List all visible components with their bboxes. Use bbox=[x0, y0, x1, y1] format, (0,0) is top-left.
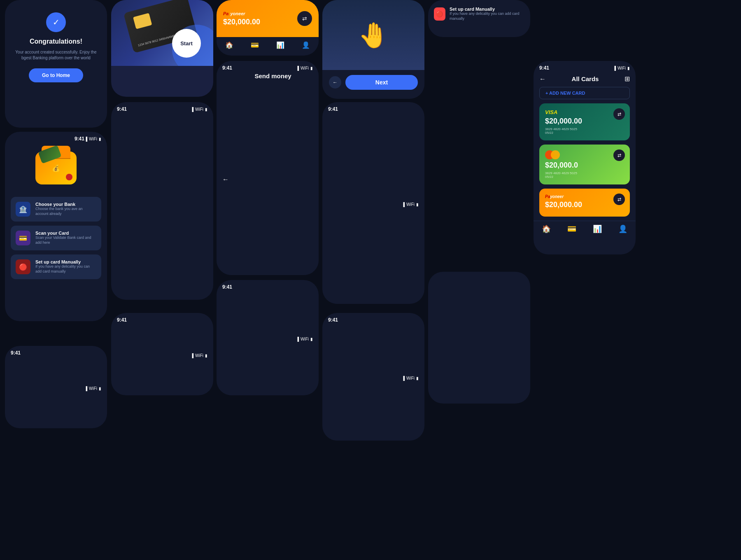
screen-send-money: 9:41 ▐ WiFi ▮ ← Send money VISA $20,000.… bbox=[217, 61, 319, 275]
hand-illustration: 🤚 bbox=[322, 0, 424, 70]
scan-icon[interactable]: ⊞ bbox=[624, 75, 630, 83]
screen-congratulations-top: ✓ Congratulations! Your account created … bbox=[5, 0, 107, 128]
screen-congratulations-bottom: 🏆 ✓ Congratulations! Your account create… bbox=[428, 272, 530, 404]
wifi-icon: WiFi bbox=[195, 353, 203, 358]
wifi-icon: WiFi bbox=[301, 337, 309, 341]
signal-icon: ▐ bbox=[191, 107, 193, 112]
signal-icon: ▐ bbox=[84, 386, 87, 391]
card2-number: 3829 4820 4629 5025 bbox=[545, 171, 624, 175]
wifi-icon: WiFi bbox=[618, 66, 626, 70]
add-card-text[interactable]: + ADD NEW CARD bbox=[545, 91, 585, 96]
battery-icon: ▮ bbox=[99, 137, 101, 141]
screen-payoneer-balance: Pa yoneer $20,000.00 ⇄ 🏠 💳 📊 👤 bbox=[217, 0, 319, 56]
signal-icon: ▐ bbox=[613, 66, 616, 70]
add-card-bar[interactable]: + ADD NEW CARD bbox=[539, 87, 630, 99]
wifi-icon: WiFi bbox=[406, 202, 415, 207]
time-13: 9:41 bbox=[328, 317, 338, 439]
screen-all-cards: 9:41 ▐ WiFi ▮ ← All Cards ⊞ + ADD NEW CA… bbox=[534, 61, 636, 254]
nav-home-icon[interactable]: 🏠 bbox=[542, 224, 551, 233]
status-bar-11: 9:41 ▐ WiFi ▮ bbox=[217, 280, 319, 395]
payoneer-card-orange: Payoneer $20,000.00 ⇄ bbox=[539, 189, 630, 217]
setup-card-icon: 🔴 bbox=[434, 7, 445, 21]
next-button[interactable]: Next bbox=[345, 75, 418, 90]
option2-desc: Scan your Validate Bank card and add her… bbox=[35, 236, 96, 245]
next-bar: ← Next bbox=[322, 70, 424, 95]
contact-list-title: Contact List bbox=[335, 303, 410, 304]
back-arrow-icon[interactable]: ← bbox=[539, 75, 546, 83]
status-icons-13: ▐ WiFi ▮ bbox=[402, 317, 419, 439]
battery-icon: ▮ bbox=[205, 353, 207, 358]
screen-welcome-back: 9:41 ▐ WiFi ▮ Hi Soumitra Welcome back 🔔… bbox=[5, 346, 107, 428]
nav-cards-icon[interactable]: 💳 bbox=[251, 41, 259, 49]
nav-cards-icon[interactable]: 💳 bbox=[567, 224, 576, 233]
cards-title: All Cards bbox=[572, 75, 599, 82]
payoneer-logo-rest: yoneer bbox=[230, 11, 245, 16]
status-bar-12: 9:41 ▐ WiFi ▮ bbox=[111, 313, 213, 395]
status-icons-14: ▐ WiFi ▮ bbox=[84, 350, 101, 427]
signal-icon: ▐ bbox=[402, 376, 405, 380]
payoneer-amount: $20,000.00 bbox=[223, 18, 260, 26]
option3-desc: If you have any delicality you can add c… bbox=[35, 264, 96, 274]
transfer-icon-3[interactable]: ⇄ bbox=[613, 194, 625, 205]
wallet-illustration: 💰 bbox=[5, 143, 107, 193]
transfer-icon-2[interactable]: ⇄ bbox=[613, 149, 625, 161]
battery-icon: ▮ bbox=[416, 376, 419, 380]
status-bar: 9:41 ▐ WiFi ▮ bbox=[534, 61, 636, 72]
back-button[interactable]: ← bbox=[329, 76, 341, 89]
card-peek bbox=[38, 145, 61, 163]
back-icon-13[interactable]: ← bbox=[328, 439, 419, 441]
card1-valid: 05/22 bbox=[545, 131, 624, 135]
status-icons-9: ▐ WiFi ▮ bbox=[296, 65, 313, 71]
battery-icon: ▮ bbox=[205, 107, 207, 112]
nav-stats-icon[interactable]: 📊 bbox=[276, 41, 284, 49]
setup-title: Set up card Manually bbox=[450, 7, 524, 12]
screen-choose-bank: 9:41 ▐ WiFi ▮ 💰 🏦 Choose your Bank Choos… bbox=[5, 132, 107, 321]
signal-icon: ▐ bbox=[296, 66, 299, 70]
nav-profile-icon[interactable]: 👤 bbox=[618, 224, 627, 233]
signal-icon: ▐ bbox=[402, 202, 405, 207]
status-bar-8: 9:41 ▐ WiFi ▮ bbox=[111, 102, 213, 114]
time-10: 9:41 bbox=[328, 106, 338, 302]
manual-icon: 🔴 bbox=[16, 259, 30, 274]
cards-header: ← All Cards ⊞ bbox=[534, 72, 636, 87]
card2-amount: $20,000.0 bbox=[545, 161, 624, 170]
nav-profile-icon[interactable]: 👤 bbox=[302, 41, 310, 49]
visa-card-teal: VISA $20,000.00 3829 4820 4629 5025 05/2… bbox=[539, 103, 630, 140]
wifi-icon: WiFi bbox=[89, 386, 97, 391]
status-bar-14: 9:41 ▐ WiFi ▮ bbox=[5, 346, 107, 428]
bottom-nav-cards: 🏠 💳 📊 👤 bbox=[534, 221, 636, 236]
status-bar-13: 9:41 ▐ WiFi ▮ bbox=[322, 313, 424, 441]
choose-bank-option[interactable]: 🏦 Choose your Bank Choose the bank you a… bbox=[11, 197, 101, 222]
back-icon-9[interactable]: ← bbox=[222, 176, 229, 183]
battery-icon: ▮ bbox=[416, 202, 419, 207]
wifi-icon: WiFi bbox=[406, 376, 415, 380]
nav-home-icon[interactable]: 🏠 bbox=[225, 41, 233, 49]
time-14: 9:41 bbox=[11, 350, 21, 427]
start-button[interactable]: Start bbox=[172, 29, 201, 58]
visa-logo-1: VISA bbox=[545, 109, 624, 115]
signal-icon: ▐ bbox=[84, 137, 87, 141]
screen-bill-pay: 9:41 ▐ WiFi ▮ ← Bill Pay VISA ✕ + 🎓 bbox=[111, 313, 213, 395]
setup-manually-option[interactable]: 🔴 Set up card Manually If you have any d… bbox=[11, 254, 101, 279]
transfer-icon-1[interactable]: ⇄ bbox=[613, 108, 625, 120]
go-to-home-button[interactable]: Go to Home bbox=[29, 68, 83, 82]
nav-stats-icon[interactable]: 📊 bbox=[593, 224, 602, 233]
status-bar-9: 9:41 ▐ WiFi ▮ bbox=[217, 61, 319, 72]
wallet-icon: 💰 bbox=[35, 152, 77, 184]
scan-card-option[interactable]: 💳 Scan your Card Scan your Validate Bank… bbox=[11, 226, 101, 250]
payoneer-logo-card3: Payoneer bbox=[545, 194, 624, 199]
bank-icon: 🏦 bbox=[16, 202, 30, 217]
card3-amount: $20,000.00 bbox=[545, 201, 624, 209]
setup-desc: If you have any delicality you can add c… bbox=[450, 12, 524, 21]
congrats-subtitle: Your account created successfully. Enjoy… bbox=[13, 49, 99, 61]
screen-card-start: Start bbox=[111, 0, 213, 97]
bank-options-list: 🏦 Choose your Bank Choose the bank you a… bbox=[5, 197, 107, 279]
screen-next: 🤚 ← Next bbox=[322, 0, 424, 99]
card1-amount: $20,000.00 bbox=[545, 117, 624, 126]
transfer-icon[interactable]: ⇄ bbox=[297, 11, 312, 26]
status-icons-10: ▐ WiFi ▮ bbox=[402, 106, 419, 302]
status-bar-10: 9:41 ▐ WiFi ▮ bbox=[322, 102, 424, 304]
status-icons-8: ▐ WiFi ▮ bbox=[191, 106, 207, 112]
time-7: 9:41 bbox=[75, 136, 84, 142]
mastercard-logo bbox=[545, 150, 624, 159]
